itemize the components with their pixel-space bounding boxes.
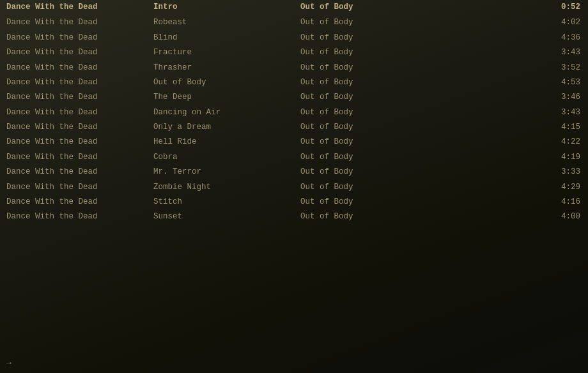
row-artist: Dance With the Dead <box>6 196 153 208</box>
row-title: Dancing on Air <box>153 107 300 119</box>
row-artist: Dance With the Dead <box>6 77 153 89</box>
table-row[interactable]: Dance With the DeadOut of BodyOut of Bod… <box>0 75 588 90</box>
row-title: Fracture <box>153 47 300 59</box>
row-artist: Dance With the Dead <box>6 136 153 148</box>
row-album: Out of Body <box>300 166 447 178</box>
row-artist: Dance With the Dead <box>6 121 153 133</box>
row-duration: 3:33 <box>447 166 580 178</box>
table-row[interactable]: Dance With the DeadThrasherOut of Body3:… <box>0 61 588 75</box>
row-title: Mr. Terror <box>153 166 300 178</box>
row-artist: Dance With the Dead <box>6 211 153 223</box>
row-album: Out of Body <box>300 181 447 194</box>
row-album: Out of Body <box>300 17 447 29</box>
table-row[interactable]: Dance With the DeadMr. TerrorOut of Body… <box>0 165 588 179</box>
table-row[interactable]: Dance With the DeadBlindOut of Body4:36 <box>0 31 588 45</box>
row-album: Out of Body <box>300 62 447 74</box>
row-duration: 4:29 <box>447 181 580 194</box>
row-album: Out of Body <box>300 47 447 59</box>
row-artist: Dance With the Dead <box>6 107 153 119</box>
track-list: Dance With the Dead Intro Out of Body 0:… <box>0 0 588 225</box>
header-title: Intro <box>153 1 300 13</box>
row-title: Hell Ride <box>153 136 300 148</box>
table-row[interactable]: Dance With the DeadZombie NightOut of Bo… <box>0 180 588 195</box>
row-title: Robeast <box>153 17 300 29</box>
row-album: Out of Body <box>300 196 447 208</box>
table-row[interactable]: Dance With the DeadRobeastOut of Body4:0… <box>0 15 588 30</box>
row-album: Out of Body <box>300 136 447 148</box>
row-artist: Dance With the Dead <box>6 91 153 103</box>
table-header: Dance With the Dead Intro Out of Body 0:… <box>0 0 588 15</box>
row-duration: 3:46 <box>447 91 580 103</box>
row-title: Only a Dream <box>153 121 300 133</box>
row-duration: 4:15 <box>447 121 580 133</box>
row-duration: 4:36 <box>447 32 580 44</box>
row-duration: 3:52 <box>447 62 580 74</box>
row-duration: 3:43 <box>447 47 580 59</box>
row-artist: Dance With the Dead <box>6 62 153 74</box>
row-duration: 4:00 <box>447 211 580 223</box>
row-duration: 4:16 <box>447 196 580 208</box>
row-artist: Dance With the Dead <box>6 181 153 194</box>
arrow-indicator: → <box>6 358 12 368</box>
row-title: Out of Body <box>153 77 300 89</box>
table-row[interactable]: Dance With the DeadCobraOut of Body4:19 <box>0 150 588 165</box>
row-album: Out of Body <box>300 91 447 103</box>
header-duration: 0:52 <box>447 1 580 13</box>
row-duration: 4:02 <box>447 17 580 29</box>
row-album: Out of Body <box>300 77 447 89</box>
header-artist: Dance With the Dead <box>6 1 153 13</box>
table-row[interactable]: Dance With the DeadThe DeepOut of Body3:… <box>0 90 588 105</box>
row-title: Stitch <box>153 196 300 208</box>
table-row[interactable]: Dance With the DeadOnly a DreamOut of Bo… <box>0 120 588 135</box>
row-duration: 4:53 <box>447 77 580 89</box>
table-row[interactable]: Dance With the DeadStitchOut of Body4:16 <box>0 195 588 209</box>
row-album: Out of Body <box>300 211 447 223</box>
row-duration: 4:19 <box>447 151 580 164</box>
row-title: Zombie Night <box>153 181 300 194</box>
row-duration: 4:22 <box>447 136 580 148</box>
row-artist: Dance With the Dead <box>6 151 153 164</box>
row-title: The Deep <box>153 91 300 103</box>
row-duration: 3:43 <box>447 107 580 119</box>
row-artist: Dance With the Dead <box>6 17 153 29</box>
row-artist: Dance With the Dead <box>6 32 153 44</box>
table-row[interactable]: Dance With the DeadSunsetOut of Body4:00 <box>0 209 588 224</box>
row-album: Out of Body <box>300 32 447 44</box>
row-title: Blind <box>153 32 300 44</box>
row-artist: Dance With the Dead <box>6 166 153 178</box>
row-title: Thrasher <box>153 62 300 74</box>
row-album: Out of Body <box>300 107 447 119</box>
row-album: Out of Body <box>300 121 447 133</box>
header-album: Out of Body <box>300 1 447 13</box>
row-title: Sunset <box>153 211 300 223</box>
row-title: Cobra <box>153 151 300 164</box>
row-artist: Dance With the Dead <box>6 47 153 59</box>
table-row[interactable]: Dance With the DeadFractureOut of Body3:… <box>0 45 588 60</box>
table-row[interactable]: Dance With the DeadHell RideOut of Body4… <box>0 135 588 149</box>
table-row[interactable]: Dance With the DeadDancing on AirOut of … <box>0 105 588 120</box>
row-album: Out of Body <box>300 151 447 164</box>
